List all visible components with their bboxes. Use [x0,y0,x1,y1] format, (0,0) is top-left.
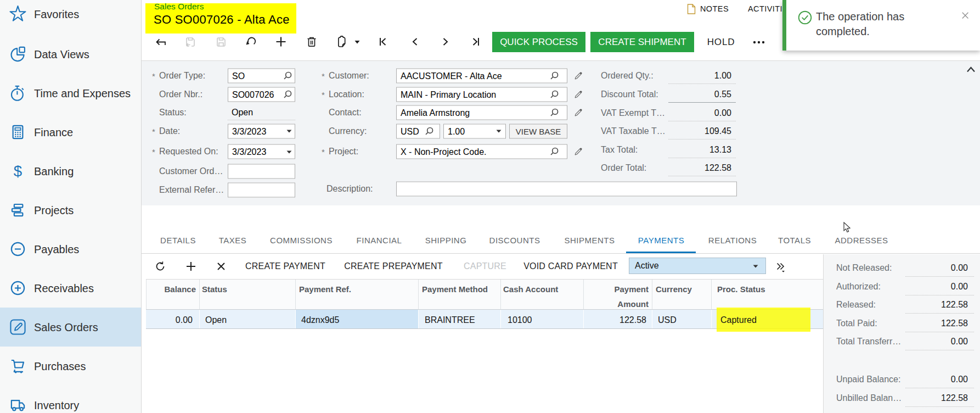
svg-text:$: $ [14,163,22,180]
